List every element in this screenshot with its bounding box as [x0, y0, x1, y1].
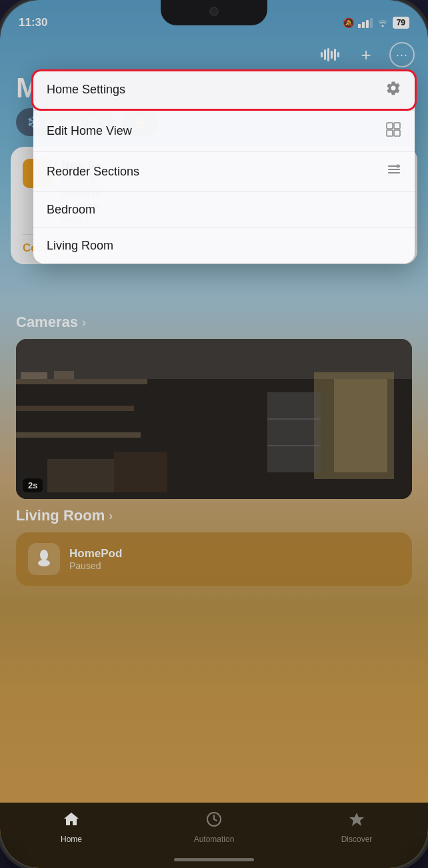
svg-rect-23 [394, 130, 400, 136]
reorder-sections-label: Reorder Sections [47, 165, 139, 179]
menu-item-bedroom[interactable]: Bedroom [33, 192, 415, 228]
reorder-sections-icon [387, 163, 401, 181]
menu-item-reorder-sections[interactable]: Reorder Sections [33, 152, 415, 192]
menu-item-home-settings[interactable]: Home Settings [33, 69, 415, 111]
edit-home-view-label: Edit Home View [47, 124, 132, 138]
menu-item-living-room[interactable]: Living Room [33, 228, 415, 264]
svg-rect-25 [388, 169, 400, 170]
dropdown-menu: Home Settings Edit Home View [33, 69, 415, 264]
bedroom-label: Bedroom [47, 203, 95, 217]
svg-rect-21 [394, 123, 400, 129]
svg-rect-26 [388, 172, 400, 173]
svg-rect-24 [388, 165, 400, 167]
home-settings-icon [385, 80, 401, 99]
living-room-menu-label: Living Room [47, 239, 113, 253]
menu-item-edit-home-view[interactable]: Edit Home View [33, 111, 415, 152]
screen: 11:30 🔕 79 [0, 0, 428, 868]
edit-home-view-icon [385, 121, 401, 141]
home-settings-label: Home Settings [47, 83, 125, 97]
svg-rect-22 [387, 130, 393, 136]
svg-rect-20 [387, 123, 393, 129]
phone-frame: 11:30 🔕 79 [0, 0, 428, 868]
